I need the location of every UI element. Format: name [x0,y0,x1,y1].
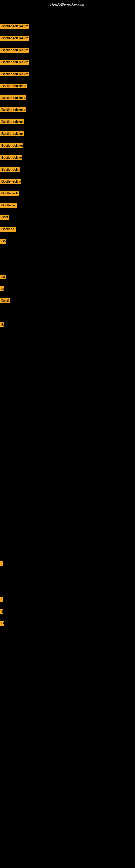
bottleneck-label-13: Bottleneck re [0,179,21,184]
bottleneck-label-6: Bottleneck resu [0,95,27,100]
bottleneck-label-11: Bottleneck re [0,155,21,160]
bottleneck-label-4: Bottleneck result [0,72,29,76]
bottleneck-label-0: Bottleneck result [0,24,29,29]
site-title: TheBottlenecker.com [0,0,135,9]
bottleneck-label-1: Bottleneck result [0,36,29,41]
bottleneck-label-50: B [0,621,4,625]
bottleneck-label-22: B [0,286,4,291]
bottleneck-label-9: Bottleneck res [0,131,24,136]
bottleneck-label-48: | [0,597,3,601]
bottleneck-label-3: Bottleneck result [0,60,29,65]
bottleneck-label-14: Bottleneck r [0,191,19,196]
bottleneck-label-5: Bottleneck resu [0,84,27,88]
bottleneck-label-49: || [0,609,3,614]
bottleneck-label-25: B [0,322,4,327]
bottleneck-label-10: Bottleneck res [0,143,23,148]
bottleneck-label-18: Bo [0,239,6,244]
bottleneck-label-16: Bott [0,215,9,220]
bottleneck-label-8: Bottleneck res [0,119,24,124]
bottleneck-label-7: Bottleneck resu [0,107,26,112]
bottleneck-label-21: Bo [0,275,6,279]
bottleneck-label-2: Bottleneck result [0,48,29,53]
bottleneck-label-17: Bottlene [0,227,16,231]
bottleneck-label-23: Bottl [0,299,10,303]
bottleneck-label-45: | [0,561,3,566]
bottleneck-label-12: Bottleneck r [0,167,20,172]
bottleneck-label-15: Bottlenec [0,203,17,208]
